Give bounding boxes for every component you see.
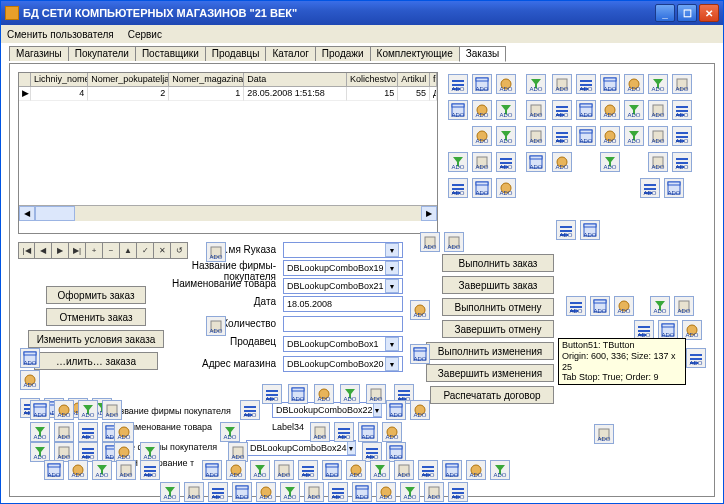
close-button[interactable]: ✕ bbox=[699, 4, 719, 22]
ado-component[interactable]: ADO bbox=[386, 442, 406, 462]
ado-component[interactable]: ADO bbox=[526, 74, 546, 94]
ado-component[interactable]: ADO bbox=[288, 384, 308, 404]
ado-component[interactable]: ADO bbox=[304, 482, 324, 502]
ado-component[interactable]: ADO bbox=[376, 482, 396, 502]
ado-component[interactable]: ADO bbox=[30, 400, 50, 420]
minimize-button[interactable]: _ bbox=[655, 4, 675, 22]
nav-first-icon[interactable]: |◀ bbox=[18, 242, 35, 259]
col-lichniy[interactable]: Lichniy_nomer bbox=[31, 73, 88, 87]
nav-prev-icon[interactable]: ◀ bbox=[35, 242, 52, 259]
col-magaz[interactable]: Nomer_magazina bbox=[169, 73, 244, 87]
tab-buyers[interactable]: Покупатели bbox=[68, 46, 136, 61]
ado-component[interactable]: ADO bbox=[160, 482, 180, 502]
ado-component[interactable]: ADO bbox=[208, 482, 228, 502]
nav-delete-icon[interactable]: − bbox=[103, 242, 120, 259]
ado-component[interactable]: ADO bbox=[386, 400, 406, 420]
ado-component[interactable]: ADO bbox=[472, 100, 492, 120]
ado-component[interactable]: ADO bbox=[54, 422, 74, 442]
ado-component[interactable]: ADO bbox=[44, 460, 64, 480]
combo-22[interactable]: DBLookupComboBox22▼ bbox=[272, 402, 382, 418]
finish-order-button[interactable]: Завершить заказ bbox=[442, 276, 554, 294]
ado-component[interactable]: ADO bbox=[624, 100, 644, 120]
ado-component[interactable]: ADO bbox=[672, 126, 692, 146]
ado-component[interactable]: ADO bbox=[448, 178, 468, 198]
do-changes-button[interactable]: Выполнить изменения bbox=[426, 342, 554, 360]
finish-changes-button[interactable]: Завершить изменения bbox=[426, 364, 554, 382]
ado-component[interactable]: ADO bbox=[346, 460, 366, 480]
ado-component[interactable]: ADO bbox=[580, 220, 600, 240]
ado-component[interactable]: ADO bbox=[310, 422, 330, 442]
scroll-left-icon[interactable]: ◀ bbox=[19, 206, 35, 221]
ado-component[interactable]: ADO bbox=[576, 74, 596, 94]
delete-conditions-button[interactable]: …илить… заказа bbox=[34, 352, 158, 370]
ado-component[interactable]: ADO bbox=[648, 100, 668, 120]
tab-stores[interactable]: Магазины bbox=[9, 46, 69, 61]
ado-component[interactable]: ADO bbox=[526, 100, 546, 120]
ado-component[interactable]: ADO bbox=[526, 152, 546, 172]
ado-component[interactable]: ADO bbox=[334, 422, 354, 442]
ado-component[interactable]: ADO bbox=[648, 126, 668, 146]
orders-grid[interactable]: Lichniy_nomer Nomer_pokupatelja Nomer_ma… bbox=[18, 72, 438, 234]
ado-component[interactable]: ADO bbox=[576, 100, 596, 120]
ado-component[interactable]: ADO bbox=[674, 296, 694, 316]
finish-cancel-button[interactable]: Завершить отмену bbox=[442, 320, 554, 338]
nav-insert-icon[interactable]: + bbox=[86, 242, 103, 259]
ado-component[interactable]: ADO bbox=[410, 300, 430, 320]
ado-component[interactable]: ADO bbox=[552, 100, 572, 120]
ado-component[interactable]: ADO bbox=[78, 442, 98, 462]
ado-component[interactable]: ADO bbox=[466, 460, 486, 480]
col-artikul[interactable]: Artikul bbox=[398, 73, 430, 87]
ado-component[interactable]: ADO bbox=[634, 320, 654, 340]
ado-component[interactable]: ADO bbox=[418, 460, 438, 480]
col-firma[interactable]: firma bbox=[430, 73, 437, 87]
ado-component[interactable]: ADO bbox=[314, 384, 334, 404]
combo-seller[interactable]: DBLookupComboBox1▼ bbox=[283, 336, 403, 352]
submit-order-button[interactable]: Оформить заказ bbox=[46, 286, 146, 304]
scroll-thumb[interactable] bbox=[35, 206, 75, 221]
combo-buyer-firm[interactable]: DBLookupComboBox19▼ bbox=[283, 260, 403, 276]
ado-component[interactable]: ADO bbox=[140, 442, 160, 462]
print-contract-button[interactable]: Распечатать договор bbox=[430, 386, 554, 404]
ado-component[interactable]: ADO bbox=[590, 296, 610, 316]
ado-component[interactable]: ADO bbox=[140, 460, 160, 480]
ado-component[interactable]: ADO bbox=[682, 320, 702, 340]
ado-component[interactable]: ADO bbox=[206, 242, 226, 262]
ado-component[interactable]: ADO bbox=[448, 482, 468, 502]
ado-component[interactable]: ADO bbox=[54, 442, 74, 462]
ado-component[interactable]: ADO bbox=[576, 126, 596, 146]
ado-component[interactable]: ADO bbox=[600, 152, 620, 172]
ado-component[interactable]: ADO bbox=[624, 126, 644, 146]
ado-component[interactable]: ADO bbox=[240, 400, 260, 420]
ado-component[interactable]: ADO bbox=[352, 482, 372, 502]
ado-component[interactable]: ADO bbox=[442, 460, 462, 480]
combo-store-addr[interactable]: DBLookupComboBox20▼ bbox=[283, 356, 403, 372]
ado-component[interactable]: ADO bbox=[496, 126, 516, 146]
ado-component[interactable]: ADO bbox=[184, 482, 204, 502]
ado-component[interactable]: ADO bbox=[672, 100, 692, 120]
ado-component[interactable]: ADO bbox=[496, 152, 516, 172]
ado-component[interactable]: ADO bbox=[280, 482, 300, 502]
cancel-order-button[interactable]: Отменить заказ bbox=[46, 308, 146, 326]
ado-component[interactable]: ADO bbox=[526, 126, 546, 146]
edit-conditions-button[interactable]: Изменить условия заказа bbox=[28, 330, 164, 348]
ado-component[interactable]: ADO bbox=[382, 422, 402, 442]
combo-product[interactable]: DBLookupComboBox21▼ bbox=[283, 278, 403, 294]
do-order-button[interactable]: Выполнить заказ bbox=[442, 254, 554, 272]
ado-component[interactable]: ADO bbox=[78, 400, 98, 420]
ado-component[interactable]: ADO bbox=[552, 126, 572, 146]
ado-component[interactable]: ADO bbox=[78, 422, 98, 442]
ado-component[interactable]: ADO bbox=[206, 316, 226, 336]
col-kolvo[interactable]: Kolichestvo bbox=[347, 73, 398, 87]
ado-component[interactable]: ADO bbox=[552, 74, 572, 94]
nav-edit-icon[interactable]: ▲ bbox=[120, 242, 137, 259]
ado-component[interactable]: ADO bbox=[658, 320, 678, 340]
ado-component[interactable]: ADO bbox=[226, 460, 246, 480]
ado-component[interactable]: ADO bbox=[202, 460, 222, 480]
tab-sales[interactable]: Продажи bbox=[315, 46, 371, 61]
ado-component[interactable]: ADO bbox=[672, 74, 692, 94]
nav-refresh-icon[interactable]: ↺ bbox=[171, 242, 188, 259]
ado-component[interactable]: ADO bbox=[366, 384, 386, 404]
ado-component[interactable]: ADO bbox=[92, 460, 112, 480]
tab-parts[interactable]: Комплектующие bbox=[370, 46, 460, 61]
ado-component[interactable]: ADO bbox=[648, 152, 668, 172]
